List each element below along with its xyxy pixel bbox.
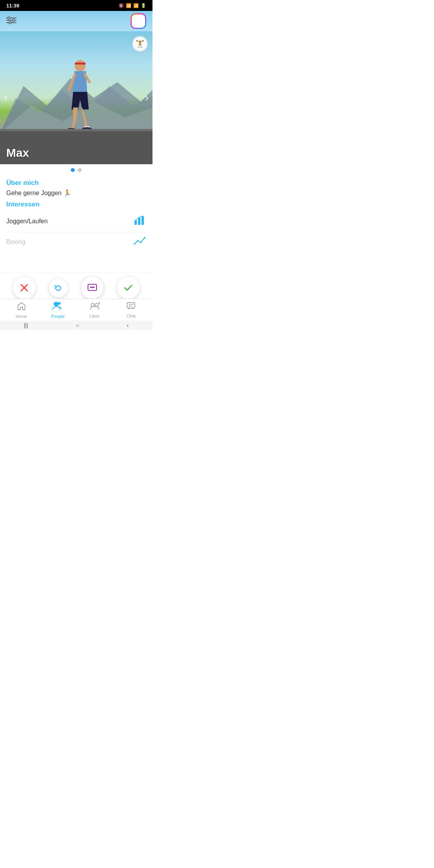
android-navigation: ||| ○ ‹ bbox=[0, 321, 152, 330]
home-icon bbox=[17, 301, 26, 313]
user-name: Max bbox=[6, 146, 29, 160]
like-button[interactable] bbox=[117, 276, 140, 299]
svg-point-4 bbox=[12, 19, 14, 22]
nav-item-home[interactable]: Home bbox=[3, 301, 40, 319]
signal-icon: 📶 bbox=[133, 3, 139, 8]
svg-rect-18 bbox=[142, 216, 144, 225]
status-time: 11:39 bbox=[6, 3, 19, 9]
photo-indicator bbox=[0, 164, 152, 175]
svg-point-28 bbox=[93, 287, 95, 288]
likes-label: Likes bbox=[90, 314, 100, 318]
svg-rect-16 bbox=[135, 220, 137, 225]
android-home-button[interactable]: ○ bbox=[76, 322, 79, 328]
home-label: Home bbox=[16, 314, 27, 319]
svg-point-30 bbox=[95, 303, 98, 307]
about-section-title: Über mich bbox=[6, 179, 146, 187]
svg-point-21 bbox=[137, 240, 138, 242]
filter-icon[interactable] bbox=[6, 16, 16, 26]
mute-icon: 🔇 bbox=[118, 3, 124, 8]
svg-rect-10 bbox=[75, 63, 86, 65]
svg-point-29 bbox=[91, 303, 94, 307]
bottom-navigation: Home People Likes bbox=[0, 299, 152, 321]
profile-content: Über mich Gehe gerne Joggen 🏃 Interessen… bbox=[0, 179, 152, 252]
nav-item-chat[interactable]: Chat bbox=[113, 302, 150, 318]
dot-1[interactable] bbox=[71, 168, 75, 172]
people-icon bbox=[52, 301, 63, 313]
svg-point-22 bbox=[134, 243, 135, 245]
android-back-button[interactable]: ‹ bbox=[127, 322, 129, 328]
svg-point-3 bbox=[8, 17, 10, 19]
svg-point-32 bbox=[99, 302, 100, 304]
likes-icon bbox=[90, 302, 100, 313]
interest-item-2: Boxing bbox=[6, 232, 146, 252]
runner-figure bbox=[49, 55, 104, 133]
status-bar: 11:39 🔇 📶 📶 🔋 bbox=[0, 0, 152, 11]
interests-section-title: Interessen bbox=[6, 201, 146, 208]
nav-item-people[interactable]: People bbox=[40, 301, 77, 319]
interest-chart-icon bbox=[134, 215, 146, 228]
interest-item-1: Joggen/Laufen bbox=[6, 211, 146, 232]
svg-rect-33 bbox=[127, 303, 135, 308]
interest-label-2: Boxing bbox=[6, 239, 25, 246]
svg-point-26 bbox=[90, 287, 91, 288]
android-menu-button[interactable]: ||| bbox=[24, 322, 28, 328]
svg-point-5 bbox=[9, 22, 11, 24]
prev-photo-button[interactable]: ‹ bbox=[4, 91, 7, 104]
wifi-icon: 📶 bbox=[126, 3, 131, 8]
app-logo bbox=[131, 13, 146, 29]
message-button[interactable] bbox=[81, 276, 104, 299]
people-label: People bbox=[51, 314, 65, 319]
interest-trend-icon bbox=[134, 236, 146, 248]
undo-button[interactable] bbox=[48, 278, 68, 298]
chat-label: Chat bbox=[127, 314, 136, 318]
next-photo-button[interactable]: › bbox=[145, 91, 149, 104]
chat-icon bbox=[126, 302, 136, 313]
about-text: Gehe gerne Joggen 🏃 bbox=[6, 189, 146, 197]
interest-label-1: Joggen/Laufen bbox=[6, 218, 48, 225]
fitness-badge[interactable]: 🏋️ bbox=[132, 36, 148, 52]
dislike-button[interactable] bbox=[13, 276, 36, 299]
status-icons: 🔇 📶 📶 🔋 bbox=[118, 3, 146, 8]
svg-point-9 bbox=[75, 60, 86, 72]
svg-point-19 bbox=[144, 237, 145, 239]
action-bar bbox=[0, 273, 152, 303]
svg-rect-17 bbox=[138, 218, 140, 225]
svg-rect-15 bbox=[0, 129, 152, 131]
svg-point-27 bbox=[91, 287, 93, 288]
profile-photo-card: 🏋️ ‹ › Max bbox=[0, 31, 152, 164]
nav-item-likes[interactable]: Likes bbox=[76, 302, 113, 318]
svg-point-20 bbox=[140, 242, 142, 243]
battery-icon: 🔋 bbox=[141, 3, 146, 8]
dot-2[interactable] bbox=[78, 168, 82, 172]
top-header bbox=[0, 11, 152, 31]
